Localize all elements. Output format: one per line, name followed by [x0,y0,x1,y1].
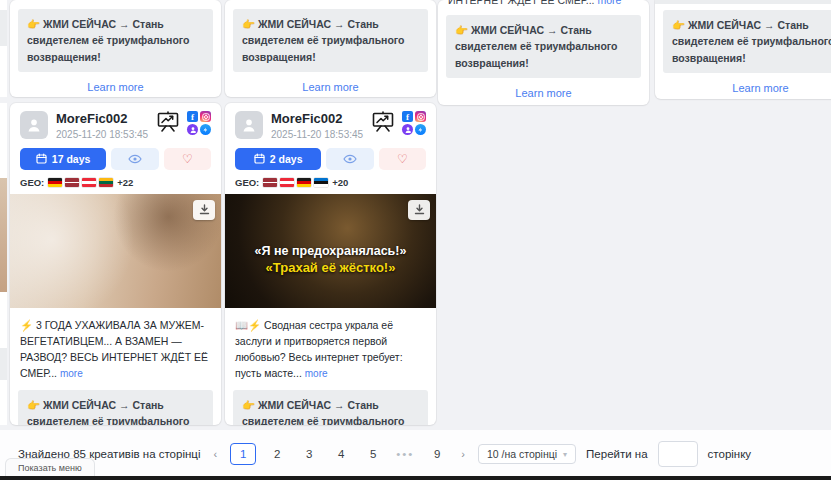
cta-text-block: 👉 ЖМИ СЕЙЧАС → Стань свидетелем её триум… [18,390,213,425]
page-button-2[interactable]: 2 [266,444,288,464]
avatar [235,111,263,139]
overlay-line-2: «Трахай её жёстко!» [225,260,436,275]
ad-column-2: 👉 ЖМИ СЕЙЧАС → Стань свидетелем её триум… [225,0,436,425]
prev-page-icon[interactable]: ‹ [210,448,220,460]
description-more-link[interactable]: more [60,368,83,379]
goto-page-label: Перейти на [586,448,648,460]
header-icons: f [156,111,211,135]
ad-description: 📖⚡ Сводная сестра украла её заслуги и пр… [225,308,436,384]
next-page-icon[interactable]: › [458,448,468,460]
partial-card-edge [0,10,7,46]
page-button-1[interactable]: 1 [230,443,256,465]
learn-more-link[interactable]: Learn more [438,87,649,99]
learn-more-link[interactable]: Learn more [10,81,221,93]
download-icon[interactable] [408,200,430,220]
card-header: MoreFic002 2025-11-20 18:53:45 f [10,103,221,145]
profile-name: MoreFic002 [271,111,371,127]
messenger-icon [415,124,426,135]
header-icons: f [371,111,426,135]
cut-off-content: ИНТЕРНЕТ ЖДЁТ ЕЁ СМЕР... more [438,0,649,9]
messenger-icon [200,124,211,135]
cta-text-block: 👉 ЖМИ СЕЙЧАС → Стань свидетелем её триум… [446,15,641,78]
ad-column-1: 👉 ЖМИ СЕЙЧАС → Стань свидетелем её триум… [10,0,221,425]
geo-label: GEO: [235,177,259,188]
ad-column-3: ИНТЕРНЕТ ЖДЁТ ЕЁ СМЕР... more 👉 ЖМИ СЕЙЧ… [438,0,649,105]
card-header: MoreFic002 2025-11-20 18:53:45 f [225,103,436,145]
download-icon[interactable] [193,200,215,220]
creative-timestamp: 2025-11-20 18:53:45 [271,129,371,140]
bottom-edge-bar [0,476,831,480]
goto-page-input[interactable] [658,441,698,467]
goto-page-suffix: сторінку [708,448,752,460]
geo-row: GEO: +20 [225,170,436,194]
cut-off-content [655,0,831,4]
ad-creative-image: «Я не предохранялась!» «Трахай её жёстко… [225,194,436,308]
geo-flags [48,178,113,187]
geo-label: GEO: [20,177,44,188]
platforms-grid: f [402,111,426,135]
profile-info: MoreFic002 2025-11-20 18:53:45 [271,111,371,140]
partial-card-edge [0,348,7,380]
partial-card-edge [0,0,7,430]
ad-description-text: ⚡ 3 ГОДА УХАЖИВАЛА ЗА МУЖЕМ-ВЕГЕТАТИВЦЕМ… [20,319,208,380]
page-size-select[interactable]: 10 /на сторінці ▾ [478,444,576,464]
days-active-button[interactable]: 17 days [20,148,106,170]
facebook-icon: f [402,111,413,122]
learn-more-link[interactable]: Learn more [655,82,831,94]
ad-card-partial: 👉 ЖМИ СЕЙЧАС → Стань свидетелем её триум… [655,0,831,99]
board-chart-icon[interactable] [156,111,180,132]
page-button-3[interactable]: 3 [298,444,320,464]
instagram-icon [200,111,211,122]
description-more-link[interactable]: more [305,368,328,379]
geo-flags [263,178,328,187]
description-more-link[interactable]: more [597,0,621,6]
ad-card: MoreFic002 2025-11-20 18:53:45 f 2 days … [225,103,436,425]
cut-off-content [10,0,221,3]
results-footer: Знайдено 85 креативів на сторінці ‹ 1 2 … [0,430,831,480]
page-button-5[interactable]: 5 [362,444,384,464]
profile-name: MoreFic002 [56,111,156,127]
board-chart-icon[interactable] [371,111,395,132]
profile-info: MoreFic002 2025-11-20 18:53:45 [56,111,156,140]
flag-lithuania-icon [99,178,113,187]
flag-estonia-icon [314,178,328,187]
flag-germany-icon [297,178,311,187]
ad-column-4: 👉 ЖМИ СЕЙЧАС → Стань свидетелем её триум… [655,0,831,99]
creative-timestamp: 2025-11-20 18:53:45 [56,129,156,140]
page-button-4[interactable]: 4 [330,444,352,464]
instagram-icon [415,111,426,122]
ad-creative-image [10,194,221,308]
chevron-down-icon: ▾ [563,450,567,459]
cta-text-block: 👉 ЖМИ СЕЙЧАС → Стань свидетелем её триум… [233,390,428,425]
favorite-button[interactable]: ♡ [164,148,211,170]
geo-extra-count: +22 [117,177,133,188]
days-active-button[interactable]: 2 days [235,148,321,170]
flag-austria-icon [280,178,294,187]
preview-button[interactable] [326,148,373,170]
ad-card-partial: 👉 ЖМИ СЕЙЧАС → Стань свидетелем её триум… [225,0,436,97]
cta-text-block: 👉 ЖМИ СЕЙЧАС → Стань свидетелем её триум… [663,10,831,73]
pages-ellipsis[interactable]: ••• [394,444,416,464]
geo-extra-count: +20 [332,177,348,188]
favorite-button[interactable]: ♡ [379,148,426,170]
audience-network-icon [402,124,413,135]
days-label: 2 days [270,153,303,165]
page-size-value: 10 /на сторінці [487,448,557,460]
ad-description: ⚡ 3 ГОДА УХАЖИВАЛА ЗА МУЖЕМ-ВЕГЕТАТИВЦЕМ… [10,308,221,384]
avatar [20,111,48,139]
ad-card-partial: ИНТЕРНЕТ ЖДЁТ ЕЁ СМЕР... more 👉 ЖМИ СЕЙЧ… [438,0,649,105]
image-overlay-text: «Я не предохранялась!» «Трахай её жёстко… [225,244,436,275]
page-button-last[interactable]: 9 [426,444,448,464]
preview-button[interactable] [111,148,158,170]
card-actions: 17 days ♡ [10,145,221,170]
pagination-bar: Знайдено 85 креативів на сторінці ‹ 1 2 … [0,430,831,472]
flag-austria-icon [82,178,96,187]
cta-text-block: 👉 ЖМИ СЕЙЧАС → Стань свидетелем её триум… [233,9,428,72]
facebook-icon: f [187,111,198,122]
platforms-grid: f [187,111,211,135]
learn-more-link[interactable]: Learn more [225,81,436,93]
ad-card-partial: 👉 ЖМИ СЕЙЧАС → Стань свидетелем её триум… [10,0,221,97]
flag-latvia-icon [65,178,79,187]
cut-off-content [225,0,436,3]
partial-image-edge [0,178,7,292]
